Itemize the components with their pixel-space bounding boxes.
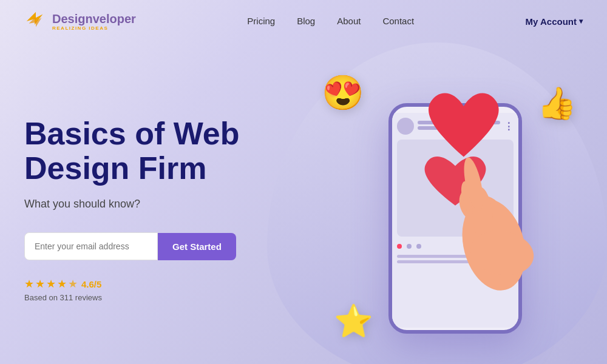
my-account-label: My Account — [526, 16, 577, 27]
emoji-star-icon: ⭐ — [334, 303, 373, 340]
nav-link-pricing[interactable]: Pricing — [247, 16, 275, 26]
nav-item-blog[interactable]: Blog — [297, 16, 315, 27]
nav-item-contact[interactable]: Contact — [382, 16, 414, 27]
nav-link-about[interactable]: About — [337, 16, 361, 26]
logo-text-wrapper: Designveloper REALIZING IDEAS — [52, 12, 136, 31]
logo-brand-text: Designveloper — [52, 12, 136, 25]
nav-link-blog[interactable]: Blog — [297, 16, 315, 26]
star-3: ★ — [46, 277, 56, 291]
emoji-face-icon: 😍 — [322, 73, 364, 113]
my-account-button[interactable]: My Account ▾ — [526, 16, 583, 27]
hero-illustration: 😍 👍 ⭐ ⋮ — [291, 55, 583, 364]
logo-tagline: REALIZING IDEAS — [52, 25, 136, 31]
hero-content: Basics of Web Design Firm What you shoul… — [24, 116, 291, 302]
rating-review-text: Based on 311 reviews — [24, 293, 291, 302]
nav-item-pricing[interactable]: Pricing — [247, 16, 275, 27]
get-started-button[interactable]: Get Started — [158, 233, 236, 260]
nav-links: Pricing Blog About Contact — [247, 16, 414, 27]
email-form: Get Started — [24, 232, 291, 260]
rating-wrapper: ★ ★ ★ ★ ★ 4.6/5 Based on 311 reviews — [24, 277, 291, 302]
nav-item-about[interactable]: About — [337, 16, 361, 27]
hand-heart-overlay-svg — [401, 91, 571, 322]
star-1: ★ — [24, 277, 34, 291]
hero-subtitle: What you should know? — [24, 198, 291, 211]
stars-row: ★ ★ ★ ★ ★ 4.6/5 — [24, 277, 291, 291]
navbar: Designveloper REALIZING IDEAS Pricing Bl… — [0, 0, 607, 42]
hero-title: Basics of Web Design Firm — [24, 116, 291, 186]
email-input[interactable] — [24, 232, 158, 260]
hero-section: Basics of Web Design Firm What you shoul… — [0, 42, 607, 364]
star-2: ★ — [35, 277, 45, 291]
star-5: ★ — [68, 277, 78, 291]
nav-link-contact[interactable]: Contact — [382, 16, 414, 26]
logo-icon — [24, 10, 47, 33]
rating-score: 4.6/5 — [81, 279, 101, 289]
star-4: ★ — [57, 277, 67, 291]
stars: ★ ★ ★ ★ ★ — [24, 277, 78, 291]
emoji-thumbs-icon: 👍 — [537, 85, 577, 122]
logo[interactable]: Designveloper REALIZING IDEAS — [24, 10, 136, 33]
chevron-down-icon: ▾ — [579, 17, 583, 25]
